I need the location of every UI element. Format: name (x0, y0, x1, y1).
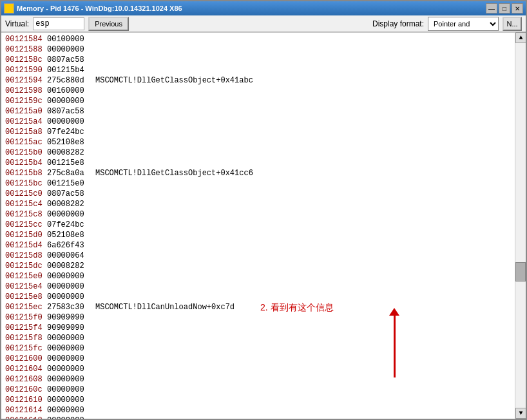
title-bar: Memory - Pid 1476 - WinDbg:10.0.14321.10… (1, 1, 526, 15)
window-icon (4, 3, 14, 14)
memory-line: 001215e0 00000000 (5, 271, 511, 282)
memory-line: 001215b0 00008282 (5, 148, 511, 158)
close-button[interactable]: ✕ (512, 3, 523, 14)
memory-line: 001215cc 07fe24bc (5, 220, 511, 230)
memory-line: 001215f8 00000000 (5, 333, 511, 343)
memory-line: 001215c4 00008282 (5, 199, 511, 209)
memory-content: 00121584 00100000 00121588 00000000 0012… (1, 33, 515, 419)
memory-line: 0012160c 00000000 (5, 385, 511, 395)
memory-line: 001215c0 0807ac58 (5, 189, 511, 199)
previous-button[interactable]: Previous (88, 17, 129, 31)
memory-line: 001215b8 275c8a0a MSCOMCTL!DllGetClassOb… (5, 168, 511, 178)
memory-line: 00121600 00000000 (5, 354, 511, 364)
virtual-label: Virtual: (5, 19, 29, 28)
memory-window: Memory - Pid 1476 - WinDbg:10.0.14321.10… (0, 0, 527, 420)
memory-line: 00121608 00000000 (5, 374, 511, 385)
memory-line: 001215bc 001215e0 (5, 178, 511, 189)
memory-area: 00121584 00100000 00121588 00000000 0012… (1, 32, 515, 419)
display-format-select[interactable]: Pointer and (428, 17, 499, 31)
maximize-button[interactable]: □ (499, 3, 510, 14)
annotation-info: 2. 看到有这个信息 (260, 302, 334, 312)
memory-line: 001215d0 052108e8 (5, 230, 511, 240)
memory-scroll: 00121584 00100000 00121588 00000000 0012… (1, 32, 515, 419)
next-button[interactable]: N... (503, 17, 522, 31)
scroll-track[interactable] (515, 43, 526, 408)
memory-line: 001215f4 90909090 (5, 323, 511, 333)
vertical-scrollbar[interactable]: ▲ ▼ (515, 32, 526, 419)
memory-line: 001215b4 001215e8 (5, 158, 511, 168)
memory-line: 001215ac 052108e8 (5, 137, 511, 148)
memory-line: 00121604 00000000 (5, 364, 511, 374)
minimize-button[interactable]: — (486, 3, 497, 14)
memory-line: 00121588 00000000 (5, 44, 511, 55)
scroll-down-button[interactable]: ▼ (515, 408, 526, 419)
memory-line: 001215a0 0807ac58 (5, 106, 511, 117)
memory-line: 001215fc 00000000 (5, 343, 511, 354)
memory-line: 0012158c 0807ac58 (5, 55, 511, 65)
memory-line: 001215ec 27583c30 MSCOMCTL!DllCanUnloadN… (5, 302, 511, 312)
memory-line: 001215a8 07fe24bc (5, 127, 511, 137)
memory-line: 001215e8 00000000 (5, 292, 511, 302)
memory-line: 00121594 275c880d MSCOMCTL!DllGetClassOb… (5, 75, 511, 86)
memory-line: 001215dc 00008282 (5, 261, 511, 271)
scroll-up-button[interactable]: ▲ (515, 32, 526, 43)
memory-line: 00121590 001215b4 (5, 65, 511, 75)
address-input[interactable] (33, 17, 84, 30)
memory-line: 001215c8 00000000 (5, 209, 511, 220)
title-bar-buttons: — □ ✕ (486, 3, 523, 14)
address-bar: Virtual: Previous Display format: Pointe… (1, 15, 526, 32)
scroll-thumb[interactable] (515, 262, 526, 282)
memory-line: 00121610 00000000 (5, 395, 511, 405)
memory-line: 00121584 00100000 (5, 34, 511, 44)
window-title: Memory - Pid 1476 - WinDbg:10.0.14321.10… (17, 5, 486, 12)
memory-wrapper: 00121584 00100000 00121588 00000000 0012… (1, 32, 526, 419)
memory-line: 00121614 00000000 (5, 405, 511, 415)
memory-line: 00121598 00160000 (5, 86, 511, 96)
memory-line: 001215d8 00000064 (5, 251, 511, 261)
memory-line: 001215f0 90909090 (5, 312, 511, 323)
display-format-label: Display format: (372, 19, 424, 28)
memory-line: 001215a4 00000000 (5, 117, 511, 127)
memory-line: 001215d4 6a626f43 (5, 240, 511, 251)
memory-line: 0012159c 00000000 (5, 96, 511, 106)
memory-line: 001215e4 00000000 (5, 282, 511, 292)
memory-line: 00121618 00000000 (5, 415, 511, 419)
